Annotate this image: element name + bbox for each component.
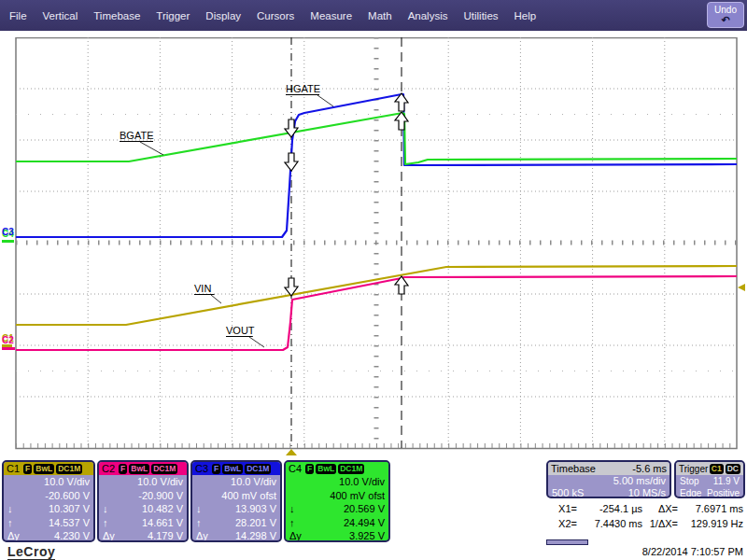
trigger-source-badge: C1 xyxy=(710,464,724,474)
cursor-min-value: 10.307 V xyxy=(49,502,90,516)
dx-label: ΔX= xyxy=(642,501,678,516)
x1-value: -254.1 µs xyxy=(577,501,642,516)
cursor-max-value: 14.537 V xyxy=(49,516,90,530)
menu-math[interactable]: Math xyxy=(368,10,392,21)
trace-label-vin: VIN xyxy=(194,283,211,294)
undo-button[interactable]: Undo ↶ xyxy=(707,2,744,28)
menu-analysis[interactable]: Analysis xyxy=(408,10,448,21)
min-arrow-icon: ↓ xyxy=(196,502,202,516)
channel-descriptor-c3[interactable]: C3 F BwL DC1M 10.0 V/div 400 mV ofst ↓13… xyxy=(190,460,282,542)
vdiv-value: 10.0 V/div xyxy=(196,475,276,489)
offset-value: -20.600 V xyxy=(7,489,90,503)
vdiv-value: 10.0 V/div xyxy=(289,475,385,489)
delta-y-icon: Δy xyxy=(196,529,208,542)
timebase-descriptor[interactable]: Timebase -5.6 ms 5.00 ms/div 500 kS 10 M… xyxy=(546,460,671,498)
trigger-time-marker xyxy=(286,449,297,455)
cursor-min-value: 20.569 V xyxy=(344,502,385,516)
trigger-descriptor[interactable]: Trigger C1 DC Stop 11.9 V Edge Positive xyxy=(674,460,745,498)
cursor-max-value: 14.661 V xyxy=(142,516,183,530)
bwl-badge: BwL xyxy=(316,464,336,474)
max-arrow-icon: ↑ xyxy=(103,516,108,530)
cursor-readout: X1= -254.1 µs ΔX= 7.6971 ms X2= 7.4430 m… xyxy=(549,501,745,531)
channel-zero-dash xyxy=(2,240,14,243)
delta-y-icon: Δy xyxy=(289,529,302,542)
trigger-level: 11.9 V xyxy=(713,475,740,487)
menu-cursors[interactable]: Cursors xyxy=(257,10,294,21)
menu-help[interactable]: Help xyxy=(514,10,537,21)
min-arrow-icon: ↓ xyxy=(103,502,108,516)
cursor-max-value: 24.494 V xyxy=(344,516,385,530)
dx-value: 7.6971 ms xyxy=(678,501,743,516)
trace-label-bgate: BGATE xyxy=(120,130,153,141)
filter-badge: F xyxy=(119,464,127,474)
channel-descriptor-c2[interactable]: C2 F BwL DC1M 10.0 V/div -20.900 V ↓10.4… xyxy=(97,460,189,542)
trace-label-hgate: HGATE xyxy=(286,83,320,94)
invdx-value: 129.919 Hz xyxy=(678,516,743,531)
waveform-display[interactable]: HGATEBGATEVINVOUTC4C3C1C2 xyxy=(0,37,747,457)
max-arrow-icon: ↑ xyxy=(196,516,202,530)
bwl-badge: BwL xyxy=(222,464,243,474)
x2-value: 7.4430 ms xyxy=(577,516,642,531)
delta-y-value: 14.298 V xyxy=(235,529,276,542)
x2-label: X2= xyxy=(549,516,577,531)
menu-utilities[interactable]: Utilities xyxy=(463,10,498,21)
trigger-level-marker xyxy=(738,284,745,291)
panel-fragment xyxy=(546,539,588,545)
channel-zero-label-c2: C2 xyxy=(2,335,14,345)
filter-badge: F xyxy=(305,464,314,474)
max-arrow-icon: ↑ xyxy=(7,516,13,530)
min-arrow-icon: ↓ xyxy=(289,502,295,516)
trigger-type: Edge xyxy=(680,487,701,498)
coupling-badge: DC1M xyxy=(338,464,364,474)
menu-file[interactable]: File xyxy=(9,10,27,21)
menu-timebase[interactable]: Timebase xyxy=(93,10,140,21)
channel-id: C1 xyxy=(7,463,20,474)
undo-arrow-icon: ↶ xyxy=(708,15,743,24)
menu-display[interactable]: Display xyxy=(205,10,241,21)
channel-zero-dash xyxy=(2,344,12,347)
timebase-scale: 5.00 ms/div xyxy=(613,475,666,487)
channel-id: C3 xyxy=(195,463,208,474)
oscilloscope-screen: File Vertical Timebase Trigger Display C… xyxy=(0,0,747,560)
delta-y-value: 3.925 V xyxy=(349,529,385,542)
delta-y-value: 4.179 V xyxy=(148,529,183,542)
channel-id: C2 xyxy=(102,463,115,474)
datetime-display: 8/22/2014 7:10:57 PM xyxy=(642,546,743,557)
cursor-min-value: 10.482 V xyxy=(142,502,183,516)
max-arrow-icon: ↑ xyxy=(289,516,295,530)
delta-y-icon: Δy xyxy=(103,529,115,542)
lecroy-logo: LeCroy xyxy=(7,544,55,560)
delta-y-icon: Δy xyxy=(7,529,20,542)
cursor-max-value: 28.201 V xyxy=(235,516,276,530)
menu-vertical[interactable]: Vertical xyxy=(43,10,78,21)
timebase-samples: 500 kS xyxy=(552,487,584,498)
coupling-badge: DC1M xyxy=(56,464,82,474)
filter-badge: F xyxy=(212,464,220,474)
timebase-rate: 10 MS/s xyxy=(628,487,666,498)
filter-badge: F xyxy=(23,464,32,474)
delta-y-value: 4.230 V xyxy=(54,529,90,542)
coupling-badge: DC1M xyxy=(245,464,271,474)
channel-zero-dash xyxy=(2,347,15,350)
trigger-slope: Positive xyxy=(707,487,740,498)
vdiv-value: 10.0 V/div xyxy=(103,475,183,489)
trigger-title: Trigger xyxy=(679,464,708,474)
bwl-badge: BwL xyxy=(129,464,149,474)
menu-bar: File Vertical Timebase Trigger Display C… xyxy=(0,0,747,31)
coupling-badge: DC1M xyxy=(151,464,177,474)
trigger-mode: Stop xyxy=(680,475,699,487)
channel-descriptor-c1[interactable]: C1 F BwL DC1M 10.0 V/div -20.600 V ↓10.3… xyxy=(2,460,95,542)
menu-trigger[interactable]: Trigger xyxy=(156,10,190,21)
min-arrow-icon: ↓ xyxy=(7,502,13,516)
vdiv-value: 10.0 V/div xyxy=(7,475,90,489)
channel-descriptor-c4[interactable]: C4 F BwL DC1M 10.0 V/div 400 mV ofst ↓20… xyxy=(284,460,390,542)
offset-value: 400 mV ofst xyxy=(196,489,276,503)
trace-label-vout: VOUT xyxy=(226,325,255,336)
menu-measure[interactable]: Measure xyxy=(310,10,352,21)
trigger-coupling-badge: DC xyxy=(726,464,740,474)
invdx-label: 1/ΔX= xyxy=(642,516,678,531)
channel-zero-label-c3: C3 xyxy=(2,227,14,237)
x1-label: X1= xyxy=(549,501,577,516)
offset-value: 400 mV ofst xyxy=(289,489,385,503)
offset-value: -20.900 V xyxy=(103,489,183,503)
